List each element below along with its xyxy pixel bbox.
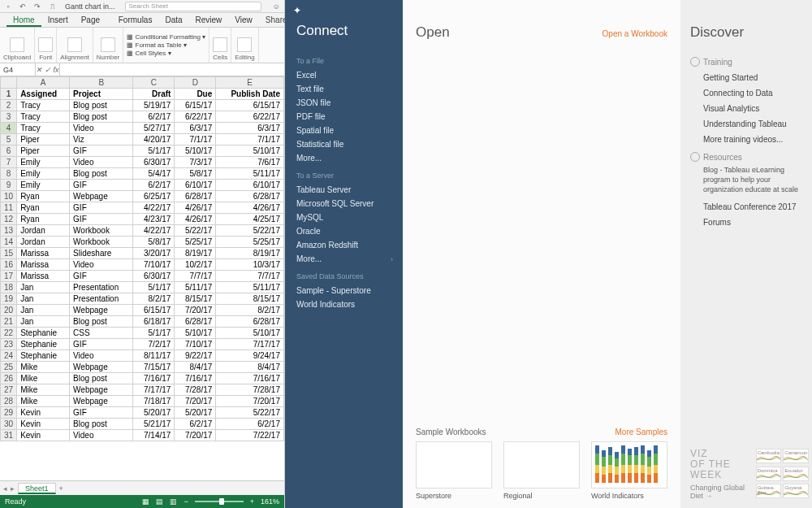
row-header[interactable]: 23 [1, 339, 17, 350]
cell[interactable]: Ryan [17, 214, 70, 225]
cell[interactable]: Video [70, 123, 133, 134]
cell[interactable]: Kevin [17, 430, 70, 441]
row-header[interactable]: 8 [1, 168, 17, 180]
cell[interactable]: 5/10/17 [175, 145, 216, 157]
cell[interactable]: 5/11/17 [216, 168, 284, 180]
cell[interactable]: 7/10/17 [175, 339, 216, 350]
cell[interactable]: 7/28/17 [175, 384, 216, 396]
user-icon[interactable]: ☺ [271, 2, 281, 11]
connect-server-item[interactable]: Oracle [296, 224, 403, 238]
open-workbook-link[interactable]: Open a Workbook [603, 29, 667, 38]
cell[interactable]: Mike [17, 384, 70, 396]
cell[interactable]: 5/20/17 [175, 407, 216, 419]
tab-home[interactable]: Home [6, 13, 41, 27]
cell[interactable]: 6/3/17 [175, 123, 216, 134]
row-header[interactable]: 7 [1, 157, 17, 168]
row-header[interactable]: 21 [1, 316, 17, 328]
cell[interactable]: GIF [70, 339, 133, 350]
row-header[interactable]: 4 [1, 123, 17, 134]
cell[interactable]: Presentation [70, 293, 133, 305]
cell[interactable]: 7/20/17 [175, 305, 216, 316]
cell[interactable]: 5/22/17 [175, 225, 216, 237]
cell[interactable]: Video [70, 430, 133, 441]
cell[interactable]: Webpage [70, 384, 133, 396]
cell[interactable]: GIF [70, 271, 133, 282]
excel-grid[interactable]: ABCDE1AssignedProjectDraftDuePublish Dat… [0, 76, 284, 480]
cell[interactable]: Kevin [17, 407, 70, 419]
col-header[interactable]: B [70, 77, 133, 89]
cell[interactable]: 6/28/17 [175, 191, 216, 202]
cell[interactable]: 6/15/17 [133, 305, 175, 316]
cell[interactable]: 5/22/17 [216, 407, 284, 419]
cell[interactable]: 6/15/17 [216, 100, 284, 111]
cell[interactable]: 7/15/17 [133, 362, 175, 373]
cell[interactable]: 6/28/17 [216, 191, 284, 202]
connect-file-item[interactable]: Excel [296, 68, 403, 82]
cell[interactable]: 8/19/17 [175, 248, 216, 259]
cell[interactable]: Jan [17, 282, 70, 293]
connect-server-item[interactable]: Microsoft SQL Server [296, 197, 403, 211]
row-header[interactable]: 16 [1, 259, 17, 271]
connect-server-item[interactable]: Amazon Redshift [296, 238, 403, 252]
tab-insert[interactable]: Insert [41, 13, 75, 27]
cell[interactable]: 5/1/17 [133, 328, 175, 339]
row-header[interactable]: 28 [1, 396, 17, 407]
zoom-slider[interactable] [195, 501, 244, 502]
cell[interactable]: 8/2/17 [133, 293, 175, 305]
cell[interactable]: 5/10/17 [216, 328, 284, 339]
formula-bar[interactable] [60, 63, 284, 76]
table-row[interactable]: 20JanWebpage6/15/177/20/178/2/17 [1, 305, 284, 316]
cell[interactable]: 5/1/17 [133, 145, 175, 157]
sample-regional[interactable]: Regional [503, 441, 580, 500]
row-header[interactable]: 26 [1, 373, 17, 384]
ribbon-clipboard[interactable]: Clipboard [0, 28, 35, 63]
cell[interactable]: Webpage [70, 362, 133, 373]
cell[interactable]: 7/10/17 [133, 259, 175, 271]
row-header[interactable]: 17 [1, 271, 17, 282]
header-cell[interactable]: Due [175, 89, 216, 100]
cell[interactable]: Emily [17, 157, 70, 168]
sheet-tab[interactable]: Sheet1 [18, 483, 56, 494]
cell[interactable]: GIF [70, 202, 133, 214]
ribbon-number[interactable]: Number [93, 28, 123, 63]
row-header[interactable]: 1 [1, 89, 17, 100]
header-cell[interactable]: Project [70, 89, 133, 100]
row-header[interactable]: 5 [1, 134, 17, 145]
row-header[interactable]: 12 [1, 214, 17, 225]
cell[interactable]: Webpage [70, 396, 133, 407]
cell[interactable]: 10/2/17 [175, 259, 216, 271]
row-header[interactable]: 19 [1, 293, 17, 305]
row-header[interactable]: 3 [1, 111, 17, 123]
col-header[interactable]: E [216, 77, 284, 89]
cell[interactable]: Stephanie [17, 339, 70, 350]
cell[interactable]: Blog post [70, 419, 133, 430]
cell[interactable]: 5/11/17 [216, 282, 284, 293]
cell[interactable]: 7/16/17 [133, 373, 175, 384]
cell[interactable]: GIF [70, 214, 133, 225]
cell[interactable]: Piper [17, 134, 70, 145]
cell[interactable]: 7/7/17 [216, 271, 284, 282]
cell[interactable]: Stephanie [17, 350, 70, 362]
undo-icon[interactable]: ↶ [18, 2, 28, 11]
table-row[interactable]: 26MikeBlog post7/16/177/16/177/16/17 [1, 373, 284, 384]
header-cell[interactable]: Publish Date [216, 89, 284, 100]
cell[interactable]: 7/3/17 [175, 157, 216, 168]
cell[interactable]: 7/28/17 [216, 384, 284, 396]
cell[interactable]: 6/15/17 [175, 100, 216, 111]
cell[interactable]: 5/4/17 [133, 168, 175, 180]
cell[interactable]: 4/26/17 [216, 202, 284, 214]
cell[interactable]: 4/25/17 [216, 214, 284, 225]
cell[interactable]: 9/24/17 [216, 350, 284, 362]
zoom-out-icon[interactable]: − [184, 497, 188, 506]
cell[interactable]: Marissa [17, 271, 70, 282]
cell[interactable]: Stephanie [17, 328, 70, 339]
cell[interactable]: 5/25/17 [216, 237, 284, 248]
connect-file-item[interactable]: Text file [296, 82, 403, 96]
row-header[interactable]: 18 [1, 282, 17, 293]
connect-server-item[interactable]: MySQL [296, 211, 403, 224]
cell[interactable]: 7/20/17 [216, 396, 284, 407]
cell[interactable]: 7/2/17 [133, 339, 175, 350]
cell[interactable]: 5/22/17 [216, 225, 284, 237]
col-header[interactable]: A [17, 77, 70, 89]
view-page-icon[interactable]: ▤ [156, 497, 163, 506]
